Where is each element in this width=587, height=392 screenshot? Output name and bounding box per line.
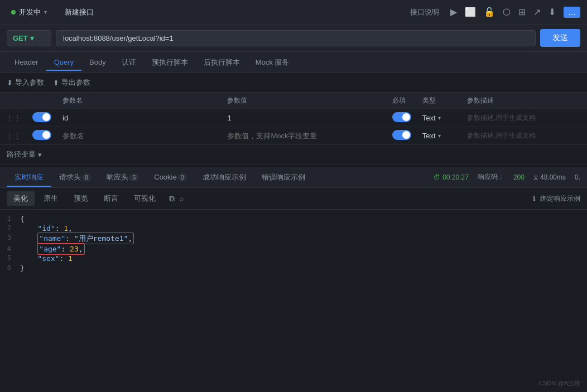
row2-required[interactable] (387, 127, 417, 145)
timer-icon: ⧖ (533, 173, 538, 181)
json-line-2: 2 "id": 1, (0, 224, 587, 233)
send-button[interactable]: 发送 (540, 29, 580, 47)
path-vars-label: 路径变量 (7, 149, 36, 159)
viewer-tab-raw[interactable]: 原生 (37, 191, 65, 206)
response-time: ⏱ 00:20:27 (434, 173, 469, 181)
viewer-tab-visual[interactable]: 可视化 (127, 191, 162, 206)
tab-error-example[interactable]: 错误响应示例 (254, 168, 313, 187)
line-number: 5 (0, 254, 20, 262)
import-params-button[interactable]: ⬇ 导入参数 (7, 78, 44, 88)
lock-icon[interactable]: 🔓 (484, 7, 495, 17)
response-section: 实时响应 请求头8 响应头5 Cookie0 成功响应示例 错误响应示例 ⏱ 0… (0, 167, 587, 392)
export-icon[interactable]: ↗ (533, 7, 541, 17)
bind-response-label[interactable]: ℹ 绑定响应示例 (533, 194, 580, 204)
tab-post-script[interactable]: 后执行脚本 (196, 53, 248, 72)
json-kv: "id": 1, (20, 224, 587, 233)
row1-required[interactable] (387, 109, 417, 127)
tab-realtime[interactable]: 实时响应 (7, 168, 51, 187)
viewer-tab-beautify[interactable]: 美化 (7, 191, 35, 206)
table-row: ⋮⋮ Text ▾ (0, 127, 587, 145)
param-desc-placeholder: 参数描述,用于生成文档 (467, 114, 536, 122)
param-name-input[interactable] (62, 114, 216, 122)
col-desc: 参数描述 (461, 93, 587, 109)
env-label: 开发中 (19, 7, 41, 17)
param-desc-placeholder: 参数描述,用于生成文档 (467, 132, 536, 139)
import-params-label: 导入参数 (15, 78, 44, 88)
param-value-input[interactable] (227, 132, 381, 140)
viewer-tab-preview[interactable]: 预览 (67, 191, 95, 206)
request-headers-badge: 8 (82, 173, 91, 181)
tab-auth[interactable]: 认证 (114, 53, 144, 72)
method-selector[interactable]: GET ▾ (7, 30, 51, 46)
grid-icon[interactable]: ⊞ (518, 7, 526, 17)
api-docs-button[interactable]: 接口说明 (406, 5, 444, 20)
json-line-1: 1 { (0, 214, 587, 224)
type-chevron-icon: ▾ (438, 115, 441, 121)
json-line-4: 4 "age": 23, (0, 244, 587, 254)
param-value-input[interactable] (227, 114, 381, 122)
row2-toggle[interactable] (27, 127, 57, 145)
viewer-tab-bar: 美化 原生 预览 断言 可视化 ⧉ ⌕ ℹ 绑定响应示例 (0, 188, 587, 210)
copy-icon[interactable]: ⬜ (465, 7, 476, 17)
request-tab-bar: Header Query Body 认证 预执行脚本 后执行脚本 Mock 服务 (0, 52, 587, 73)
cookie-badge: 0 (178, 173, 187, 181)
share-icon[interactable]: ⬡ (503, 7, 511, 17)
col-param-value: 参数值 (222, 93, 386, 109)
row2-type[interactable]: Text ▾ (417, 127, 461, 145)
tab-cookie[interactable]: Cookie0 (146, 168, 195, 186)
tab-header[interactable]: Header (7, 54, 46, 71)
tab-response-headers[interactable]: 响应头5 (99, 168, 146, 187)
response-tab-bar: 实时响应 请求头8 响应头5 Cookie0 成功响应示例 错误响应示例 ⏱ 0… (0, 167, 587, 188)
type-chevron-icon: ▾ (438, 133, 441, 139)
viewer-tab-assert[interactable]: 断言 (97, 191, 125, 206)
tab-pre-script[interactable]: 预执行脚本 (144, 53, 196, 72)
top-bar: 开发中 ▾ 新建接口 接口说明 ▶ ⬜ 🔓 ⬡ ⊞ ↗ ⬇ … (0, 0, 587, 25)
row1-type[interactable]: Text ▾ (417, 109, 461, 127)
tab-mock[interactable]: Mock 服务 (248, 53, 297, 72)
line-number: 2 (0, 224, 20, 232)
more-icon[interactable]: … (564, 7, 580, 18)
row1-toggle[interactable] (27, 109, 57, 127)
param-name-input[interactable] (62, 132, 216, 140)
copy-response-icon[interactable]: ⧉ (169, 194, 175, 204)
json-viewer: 1 { 2 "id": 1, 3 "name": "用户remote1", 4 (0, 210, 587, 392)
url-input[interactable] (56, 30, 536, 46)
play-icon[interactable]: ▶ (450, 7, 457, 17)
search-response-icon[interactable]: ⌕ (179, 194, 184, 203)
export-params-button[interactable]: ⬆ 导出参数 (53, 78, 90, 88)
drag-handle[interactable]: ⋮⋮ (0, 127, 27, 145)
col-drag (0, 93, 27, 109)
env-selector[interactable]: 开发中 ▾ (7, 5, 51, 20)
main-container: GET ▾ 发送 Header Query Body 认证 预执行脚本 后执行脚… (0, 25, 587, 392)
row1-desc: 参数描述,用于生成文档 (461, 109, 587, 127)
row2-name[interactable] (57, 127, 222, 145)
row1-name[interactable] (57, 109, 222, 127)
response-headers-badge: 5 (129, 173, 138, 181)
col-toggle (27, 93, 57, 109)
line-number: 6 (0, 264, 20, 272)
tab-success-example[interactable]: 成功响应示例 (195, 168, 254, 187)
path-vars-section[interactable]: 路径变量 ▾ (0, 145, 587, 164)
col-type: 类型 (417, 93, 461, 109)
row2-desc: 参数描述,用于生成文档 (461, 127, 587, 145)
clock-icon: ⏱ (434, 173, 440, 181)
tab-query[interactable]: Query (46, 54, 81, 71)
json-kv-highlighted: "age": 23, (20, 245, 587, 253)
row1-value[interactable] (222, 109, 386, 127)
response-code: 200 (513, 173, 525, 181)
tab-body[interactable]: Body (81, 54, 114, 71)
line-number: 3 (0, 234, 20, 241)
json-bracket: { (20, 215, 587, 223)
json-line-3: 3 "name": "用户remote1", (0, 233, 587, 244)
drag-handle[interactable]: ⋮⋮ (0, 109, 27, 127)
top-section: GET ▾ 发送 Header Query Body 认证 预执行脚本 后执行脚… (0, 25, 587, 167)
download-icon[interactable]: ⬇ (548, 7, 556, 17)
env-status-dot (11, 10, 16, 14)
json-kv-highlighted: "name": "用户remote1", (20, 234, 587, 244)
toolbar-icons: ▶ ⬜ 🔓 ⬡ ⊞ ↗ ⬇ … (450, 7, 580, 18)
row2-value[interactable] (222, 127, 386, 145)
export-params-label: 导出参数 (61, 78, 90, 88)
response-duration: ⧖ 48.00ms (533, 173, 566, 181)
tab-request-headers[interactable]: 请求头8 (51, 168, 99, 187)
new-interface-button[interactable]: 新建接口 (60, 5, 98, 20)
